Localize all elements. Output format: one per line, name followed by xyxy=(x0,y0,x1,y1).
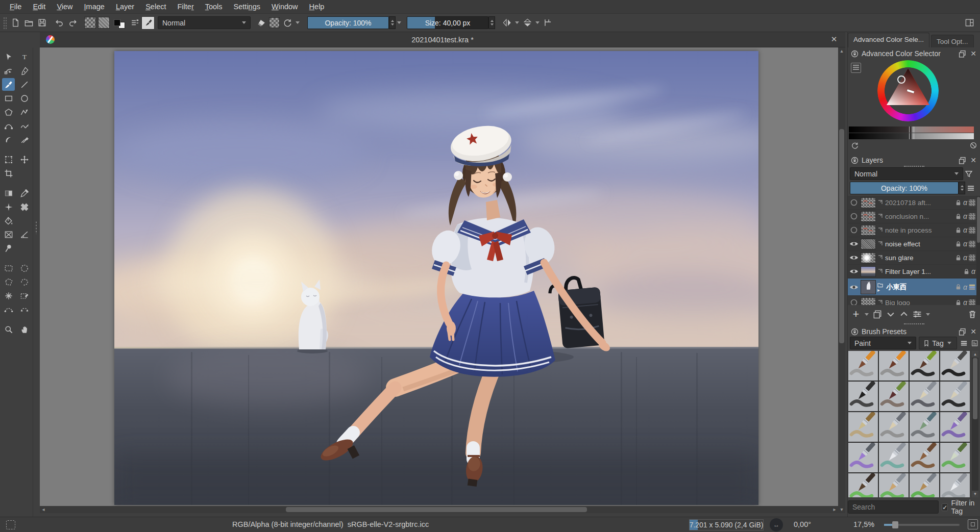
inherit-alpha-icon[interactable] xyxy=(969,255,975,261)
undo-button[interactable] xyxy=(53,16,66,30)
ellipse-tool-icon[interactable] xyxy=(18,92,31,105)
brush-preset-3[interactable] xyxy=(910,351,939,381)
menu-layer[interactable]: Layer xyxy=(110,1,140,12)
wrap-around-mode-button[interactable] xyxy=(541,16,554,30)
chevron-down-icon[interactable] xyxy=(296,21,300,24)
canvas-rotation-knob[interactable] xyxy=(770,518,783,531)
layer-visibility-toggle[interactable] xyxy=(849,197,859,208)
tab-tool-options[interactable]: Tool Opt... xyxy=(931,35,974,47)
select-rect-tool-icon[interactable] xyxy=(2,262,15,274)
layer-row[interactable]: noise effectα xyxy=(848,237,976,251)
freehand-brush-tool-icon[interactable] xyxy=(2,78,15,91)
layer-row[interactable]: Big logoα xyxy=(848,296,976,305)
reload-preset-button[interactable] xyxy=(281,16,294,30)
layer-opacity-slider[interactable]: Opacity: 100% xyxy=(850,182,978,194)
inherit-alpha-icon[interactable] xyxy=(969,227,975,234)
canvas-horizontal-scrollbar[interactable]: ◂ ▸ xyxy=(40,506,838,513)
calligraphy-tool-icon[interactable] xyxy=(18,64,31,77)
zoom-slider-handle[interactable] xyxy=(892,521,898,528)
enclose-fill-tool-icon[interactable] xyxy=(2,228,15,241)
select-freehand-tool-icon[interactable] xyxy=(18,275,31,288)
docker-lock-icon[interactable] xyxy=(851,50,859,58)
docker-lock-icon[interactable] xyxy=(851,157,859,164)
opacity-slider[interactable]: Opacity: 100% xyxy=(307,16,396,29)
multibrush-tool-icon[interactable] xyxy=(18,133,31,146)
brush-grid-scrollbar[interactable]: ▴ ▾ xyxy=(972,351,978,497)
brush-preset-12[interactable] xyxy=(940,412,970,442)
layer-styles-icon[interactable] xyxy=(969,284,975,290)
brush-preset-15[interactable] xyxy=(910,443,939,472)
layer-visibility-toggle[interactable] xyxy=(849,266,859,276)
preserve-alpha-toggle[interactable] xyxy=(269,17,280,28)
vscroll-thumb[interactable] xyxy=(839,129,844,343)
reference-tool-icon[interactable] xyxy=(2,242,15,255)
zoom-fit-button[interactable] xyxy=(968,519,978,529)
brush-preset-10[interactable] xyxy=(879,412,909,442)
save-button[interactable] xyxy=(35,16,48,30)
inherit-alpha-icon[interactable] xyxy=(969,199,975,206)
pan-tool-icon[interactable] xyxy=(18,323,31,336)
brush-editor-button[interactable] xyxy=(141,16,155,30)
alpha-lock-icon[interactable]: α xyxy=(963,240,967,248)
layer-row[interactable]: note in processα xyxy=(848,223,976,237)
lock-icon[interactable] xyxy=(955,255,962,261)
menu-tools[interactable]: Tools xyxy=(200,1,228,12)
alpha-lock-icon[interactable]: α xyxy=(963,254,967,262)
lock-icon[interactable] xyxy=(955,227,962,234)
alpha-lock-icon[interactable]: α xyxy=(971,267,975,275)
polygon-tool-icon[interactable] xyxy=(2,106,15,118)
canvas-area[interactable] xyxy=(40,47,838,506)
select-ellipse-tool-icon[interactable] xyxy=(18,262,31,274)
memory-usage-widget[interactable]: 7.201 x 5.090 (2,4 GiB) xyxy=(689,519,764,530)
menu-image[interactable]: Image xyxy=(79,1,110,12)
layer-visibility-toggle[interactable] xyxy=(849,225,859,235)
line-tool-icon[interactable] xyxy=(18,78,31,91)
delete-layer-button[interactable] xyxy=(966,308,978,320)
select-similar-tool-icon[interactable] xyxy=(2,289,15,302)
brush-preset-9[interactable] xyxy=(848,412,878,442)
move-layer-up-button[interactable] xyxy=(898,308,910,320)
polyline-tool-icon[interactable] xyxy=(18,106,31,118)
move-layer-down-button[interactable] xyxy=(885,308,897,320)
scroll-down-icon[interactable]: ▾ xyxy=(838,506,845,513)
close-icon[interactable]: ✕ xyxy=(969,49,977,58)
brush-preset-18[interactable] xyxy=(879,473,909,497)
brush-size-spin[interactable] xyxy=(488,16,495,29)
no-color-icon[interactable] xyxy=(969,141,977,149)
brush-settings-icon[interactable] xyxy=(128,16,141,30)
layer-properties-button[interactable] xyxy=(911,308,923,320)
brush-preset-14[interactable] xyxy=(879,443,909,472)
alpha-lock-icon[interactable]: α xyxy=(963,298,967,305)
list-view-icon[interactable] xyxy=(960,338,968,348)
group-layer-badges[interactable]: ▸ xyxy=(877,282,885,292)
crop-tool-icon[interactable] xyxy=(2,167,15,180)
panel-splitter[interactable] xyxy=(33,47,40,517)
alpha-lock-icon[interactable]: α xyxy=(963,283,967,291)
chevron-down-icon[interactable] xyxy=(535,21,540,24)
layer-list-scrollbar[interactable] xyxy=(976,196,980,305)
alpha-lock-icon[interactable]: α xyxy=(963,226,967,234)
menu-edit[interactable]: Edit xyxy=(27,1,51,12)
layer-row[interactable]: 20210718 aft...α xyxy=(848,196,976,210)
shape-select-tool-icon[interactable] xyxy=(2,50,15,63)
lock-icon[interactable] xyxy=(955,241,962,247)
brush-preset-13[interactable] xyxy=(848,443,878,472)
layer-opacity-spin[interactable] xyxy=(959,182,965,194)
smart-patch-tool-icon[interactable] xyxy=(18,200,31,213)
rectangle-tool-icon[interactable] xyxy=(2,92,15,105)
menu-help[interactable]: Help xyxy=(304,1,330,12)
edit-shapes-tool-icon[interactable] xyxy=(2,64,15,77)
chevron-down-icon[interactable] xyxy=(397,21,401,24)
brush-preset-16[interactable] xyxy=(940,443,970,472)
brush-preset-1[interactable] xyxy=(848,351,878,381)
layer-thumbnail[interactable] xyxy=(861,266,876,277)
brush-preset-19[interactable] xyxy=(910,473,939,497)
chevron-down-icon[interactable] xyxy=(865,313,869,316)
canvas-painting[interactable] xyxy=(114,51,758,505)
transform-tool-icon[interactable] xyxy=(2,153,15,166)
layer-thumbnail[interactable] xyxy=(861,197,876,208)
toolbar-drag-handle[interactable] xyxy=(3,17,7,29)
brush-preset-20[interactable] xyxy=(940,473,970,497)
close-icon[interactable]: ✕ xyxy=(969,327,977,336)
add-layer-button[interactable]: + xyxy=(850,308,862,320)
